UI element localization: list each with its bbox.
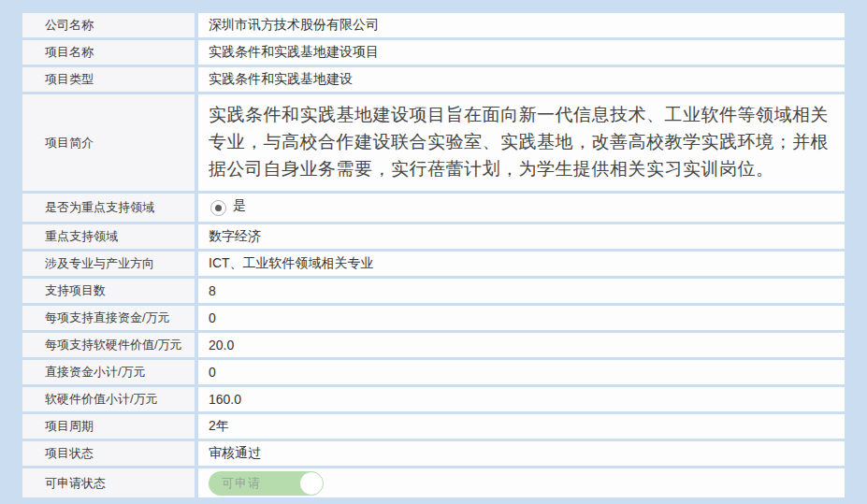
toggle-knob[interactable]: [299, 471, 324, 496]
row-label-cell: 项目名称: [22, 40, 195, 65]
row-label: 公司名称: [45, 17, 94, 34]
row-label-cell: 可申请状态: [22, 468, 195, 497]
row-label: 支持项目数: [45, 282, 106, 299]
row-label-cell: 公司名称: [22, 13, 195, 37]
row-label-cell: 项目类型: [22, 67, 195, 92]
row-label-cell: 重点支持领域: [22, 224, 195, 249]
row-value: 20.0: [209, 338, 234, 353]
toggle-label: 可申请: [222, 475, 261, 492]
row-value: 实践条件和实践基地建设: [209, 71, 353, 88]
table-row: 项目状态 审核通过: [22, 441, 845, 466]
row-label: 可申请状态: [45, 475, 106, 492]
row-value: ICT、工业软件领域相关专业: [209, 255, 374, 272]
row-value-cell: 160.0: [198, 387, 845, 411]
row-value: 0: [209, 365, 216, 380]
row-value-cell: 8: [198, 279, 845, 303]
row-value-cell: 2年: [198, 414, 845, 439]
row-value-cell: 数字经济: [198, 224, 845, 249]
row-label: 每项支持软硬件价值/万元: [45, 337, 182, 353]
row-value-cell: 0: [198, 306, 845, 330]
row-value: 8: [209, 283, 216, 298]
row-label-cell: 涉及专业与产业方向: [22, 252, 195, 276]
row-label: 直接资金小计/万元: [45, 364, 146, 381]
table-row: 直接资金小计/万元 0: [22, 360, 845, 384]
table-row: 支持项目数 8: [22, 279, 845, 303]
table-row: 项目简介 实践条件和实践基地建设项目旨在面向新一代信息技术、工业软件等领域相关专…: [22, 94, 845, 191]
row-label: 项目状态: [45, 445, 94, 462]
table-row: 软硬件价值小计/万元 160.0: [22, 387, 845, 411]
row-value-cell: 是: [198, 194, 845, 222]
row-label: 项目简介: [45, 135, 94, 151]
row-label-cell: 是否为重点支持领域: [22, 194, 195, 222]
row-label: 项目类型: [45, 71, 94, 88]
row-label-cell: 项目简介: [22, 94, 195, 191]
applicable-status-toggle[interactable]: 可申请: [209, 471, 323, 496]
row-label-cell: 每项支持直接资金/万元: [22, 306, 195, 330]
row-value-cell: 实践条件和实践基地建设项目旨在面向新一代信息技术、工业软件等领域相关专业，与高校…: [198, 94, 845, 191]
row-value-cell: 深圳市讯方技术股份有限公司: [198, 13, 845, 37]
table-row: 是否为重点支持领域 是: [22, 194, 845, 222]
row-label: 涉及专业与产业方向: [45, 255, 154, 272]
table-row: 涉及专业与产业方向 ICT、工业软件领域相关专业: [22, 252, 845, 276]
radio-option-yes[interactable]: 是: [210, 199, 246, 216]
table-row: 公司名称 深圳市讯方技术股份有限公司: [22, 13, 845, 37]
table-row: 项目名称 实践条件和实践基地建设项目: [22, 40, 845, 65]
radio-option-label: 是: [233, 197, 246, 214]
radio-dot-icon: [215, 205, 222, 211]
row-value: 审核通过: [209, 445, 261, 462]
row-label-cell: 直接资金小计/万元: [22, 360, 195, 384]
row-value: 数字经济: [209, 228, 261, 245]
radio-icon[interactable]: [210, 200, 226, 216]
row-label: 软硬件价值小计/万元: [45, 391, 158, 408]
table-row: 重点支持领域 数字经济: [22, 224, 845, 249]
table-row: 项目周期 2年: [22, 414, 845, 439]
row-label-cell: 项目周期: [22, 414, 195, 439]
row-value-cell: ICT、工业软件领域相关专业: [198, 252, 845, 276]
row-label: 是否为重点支持领域: [45, 199, 154, 216]
row-value: 2年: [209, 418, 229, 435]
row-label-cell: 支持项目数: [22, 279, 195, 303]
row-value-cell: 实践条件和实践基地建设: [198, 67, 845, 92]
row-value: 160.0: [209, 392, 241, 407]
row-value-cell: 20.0: [198, 333, 845, 357]
row-label: 项目周期: [45, 418, 94, 435]
row-label-cell: 每项支持软硬件价值/万元: [22, 333, 195, 357]
project-info-table: 公司名称 深圳市讯方技术股份有限公司 项目名称 实践条件和实践基地建设项目 项目…: [22, 13, 845, 497]
row-value: 0: [209, 310, 216, 325]
row-label: 重点支持领域: [45, 228, 118, 245]
row-label-cell: 软硬件价值小计/万元: [22, 387, 195, 411]
row-value-cell: 可申请: [198, 468, 845, 497]
table-row: 每项支持软硬件价值/万元 20.0: [22, 333, 845, 357]
row-value-cell: 0: [198, 360, 845, 384]
table-row: 项目类型 实践条件和实践基地建设: [22, 67, 845, 92]
row-value-cell: 实践条件和实践基地建设项目: [198, 40, 845, 65]
table-row: 每项支持直接资金/万元 0: [22, 306, 845, 330]
row-label: 每项支持直接资金/万元: [45, 310, 170, 326]
project-description-text: 实践条件和实践基地建设项目旨在面向新一代信息技术、工业软件等领域相关专业，与高校…: [209, 101, 837, 182]
row-label: 项目名称: [45, 44, 94, 61]
row-value-cell: 审核通过: [198, 441, 845, 466]
row-value: 实践条件和实践基地建设项目: [209, 44, 379, 61]
table-row: 可申请状态 可申请: [22, 468, 845, 497]
row-value: 深圳市讯方技术股份有限公司: [209, 17, 379, 34]
row-label-cell: 项目状态: [22, 441, 195, 466]
